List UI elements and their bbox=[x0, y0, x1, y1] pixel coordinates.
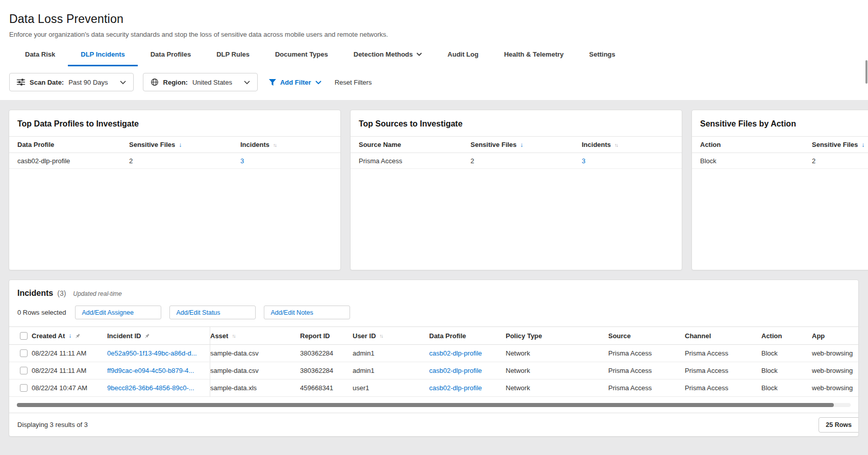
add-edit-status-button[interactable]: Add/Edit Status bbox=[169, 306, 256, 319]
tab-health-telemetry[interactable]: Health & Telemetry bbox=[491, 48, 577, 66]
col-incident-id[interactable]: Incident ID bbox=[107, 327, 210, 344]
cell-source: Prisma Access bbox=[608, 345, 685, 362]
col-created-at[interactable]: Created At ↓ bbox=[32, 327, 107, 344]
tab-audit-log[interactable]: Audit Log bbox=[435, 48, 491, 66]
cell-action: Block bbox=[761, 345, 812, 362]
sort-both-icon: ↑↓ bbox=[232, 333, 235, 339]
card-title: Sensitive Files by Action bbox=[692, 110, 868, 137]
scan-date-label: Scan Date: bbox=[30, 79, 64, 86]
horizontal-scrollbar-track[interactable] bbox=[17, 403, 851, 407]
col-incidents[interactable]: Incidents↑↓ bbox=[582, 141, 674, 148]
col-sensitive-files[interactable]: Sensitive Files↓ bbox=[129, 141, 240, 148]
chevron-down-icon bbox=[315, 81, 321, 84]
globe-icon bbox=[151, 78, 159, 86]
scan-date-filter[interactable]: Scan Date: Past 90 Days bbox=[9, 73, 134, 91]
rows-per-page-select[interactable]: 25 Rows bbox=[819, 417, 858, 433]
row-checkbox[interactable] bbox=[20, 384, 28, 392]
select-all-checkbox[interactable] bbox=[20, 332, 28, 340]
table-row[interactable]: 08/22/24 10:47 AM 9becc826-36b6-4856-89c… bbox=[9, 380, 858, 397]
sliders-icon bbox=[17, 79, 25, 86]
col-source-name[interactable]: Source Name bbox=[359, 141, 470, 148]
sort-desc-icon: ↓ bbox=[861, 141, 864, 148]
cell-policy-type: Network bbox=[506, 345, 608, 362]
incidents-header: Incidents (3) Updated real-time bbox=[9, 280, 858, 305]
cell-asset: sample-data.csv bbox=[210, 362, 300, 379]
col-action[interactable]: Action bbox=[700, 141, 812, 148]
table-row[interactable]: 08/22/24 11:11 AM 0e52a950-1f13-49bc-a86… bbox=[9, 345, 858, 362]
tab-document-types[interactable]: Document Types bbox=[262, 48, 341, 66]
data-profile-link[interactable]: casb02-dlp-profile bbox=[429, 345, 506, 362]
cell-sensitive-files: 2 bbox=[812, 157, 868, 165]
incidents-count-link[interactable]: 3 bbox=[240, 157, 332, 165]
table-row[interactable]: 08/22/24 11:11 AM ff9d9cac-e094-4c50-b87… bbox=[9, 362, 858, 380]
page-header: Data Loss Prevention Enforce your organi… bbox=[0, 0, 868, 66]
cell-data-profile: casb02-dlp-profile bbox=[17, 157, 129, 165]
filter-bar: Scan Date: Past 90 Days Region: United S… bbox=[0, 66, 868, 100]
cell-channel: Prisma Access bbox=[685, 362, 761, 379]
tab-detection-methods[interactable]: Detection Methods bbox=[341, 48, 435, 66]
row-checkbox[interactable] bbox=[20, 349, 28, 357]
page-subtitle: Enforce your organization's data securit… bbox=[9, 31, 868, 38]
sort-both-icon: ↑↓ bbox=[380, 333, 383, 339]
reset-filters-button[interactable]: Reset Filters bbox=[335, 79, 372, 86]
add-filter-button[interactable]: Add Filter bbox=[269, 79, 321, 86]
card-table-header: Source Name Sensitive Files↓ Incidents↑↓ bbox=[351, 137, 682, 153]
cell-report-id: 459668341 bbox=[300, 380, 353, 396]
col-asset[interactable]: Asset↑↓ bbox=[210, 327, 300, 344]
cell-policy-type: Network bbox=[506, 380, 608, 396]
card-title: Top Data Profiles to Investigate bbox=[9, 110, 340, 137]
cell-created-at: 08/22/24 11:11 AM bbox=[32, 345, 107, 362]
tab-data-profiles[interactable]: Data Profiles bbox=[138, 48, 204, 66]
tab-data-risk[interactable]: Data Risk bbox=[12, 48, 68, 66]
sort-desc-icon: ↓ bbox=[68, 332, 71, 339]
chevron-down-icon bbox=[416, 53, 422, 56]
data-profile-link[interactable]: casb02-dlp-profile bbox=[429, 380, 506, 396]
vertical-scrollbar-thumb[interactable] bbox=[865, 60, 867, 84]
incident-id-link[interactable]: 0e52a950-1f13-49bc-a86d-d... bbox=[107, 345, 210, 362]
cell-user-id: admin1 bbox=[353, 345, 429, 362]
chevron-down-icon bbox=[120, 81, 126, 84]
add-edit-notes-button[interactable]: Add/Edit Notes bbox=[264, 306, 350, 319]
cell-sensitive-files: 2 bbox=[470, 157, 582, 165]
scan-date-value: Past 90 Days bbox=[68, 79, 108, 86]
col-source[interactable]: Source bbox=[608, 327, 685, 344]
cell-asset: sample-data.xls bbox=[210, 380, 300, 396]
sort-both-icon: ↑↓ bbox=[273, 142, 276, 148]
tab-bar: Data Risk DLP Incidents Data Profiles DL… bbox=[9, 48, 868, 66]
incident-id-link[interactable]: 9becc826-36b6-4856-89c0-... bbox=[107, 380, 210, 396]
row-checkbox[interactable] bbox=[20, 367, 28, 374]
cell-action: Block bbox=[700, 157, 812, 165]
col-user-id[interactable]: User ID↑↓ bbox=[353, 327, 429, 344]
col-policy-type[interactable]: Policy Type bbox=[506, 327, 608, 344]
tab-dlp-incidents[interactable]: DLP Incidents bbox=[68, 48, 137, 66]
incidents-count-link[interactable]: 3 bbox=[582, 157, 674, 165]
col-channel[interactable]: Channel bbox=[685, 327, 761, 344]
pin-icon[interactable] bbox=[75, 333, 81, 339]
cell-sensitive-files: 2 bbox=[129, 157, 240, 165]
data-profile-link[interactable]: casb02-dlp-profile bbox=[429, 362, 506, 379]
incident-id-link[interactable]: ff9d9cac-e094-4c50-b879-4... bbox=[107, 362, 210, 379]
pin-icon[interactable] bbox=[144, 333, 150, 339]
col-data-profile[interactable]: Data Profile bbox=[17, 141, 129, 148]
table-row: Prisma Access 2 3 bbox=[351, 153, 682, 169]
incidents-count: (3) bbox=[57, 289, 66, 297]
add-edit-assignee-button[interactable]: Add/Edit Assignee bbox=[75, 306, 161, 319]
incidents-updated-note: Updated real-time bbox=[73, 290, 121, 297]
col-incidents[interactable]: Incidents↑↓ bbox=[240, 141, 332, 148]
col-action[interactable]: Action bbox=[761, 327, 812, 344]
rows-selected-label: 0 Rows selected bbox=[17, 309, 66, 316]
cell-source: Prisma Access bbox=[608, 380, 685, 396]
card-table-header: Action Sensitive Files↓ bbox=[692, 137, 868, 153]
tab-dlp-rules[interactable]: DLP Rules bbox=[204, 48, 262, 66]
col-data-profile[interactable]: Data Profile bbox=[429, 327, 506, 344]
results-summary: Displaying 3 results of 3 bbox=[17, 421, 88, 428]
col-report-id[interactable]: Report ID bbox=[300, 327, 353, 344]
card-top-data-profiles: Top Data Profiles to Investigate Data Pr… bbox=[9, 110, 341, 270]
cell-app: web-browsing bbox=[812, 362, 858, 379]
horizontal-scrollbar-thumb[interactable] bbox=[17, 403, 834, 407]
region-filter[interactable]: Region: United States bbox=[143, 73, 258, 91]
col-app[interactable]: App bbox=[812, 327, 858, 344]
tab-settings[interactable]: Settings bbox=[577, 48, 628, 66]
col-sensitive-files[interactable]: Sensitive Files↓ bbox=[812, 141, 868, 148]
col-sensitive-files[interactable]: Sensitive Files↓ bbox=[470, 141, 582, 148]
